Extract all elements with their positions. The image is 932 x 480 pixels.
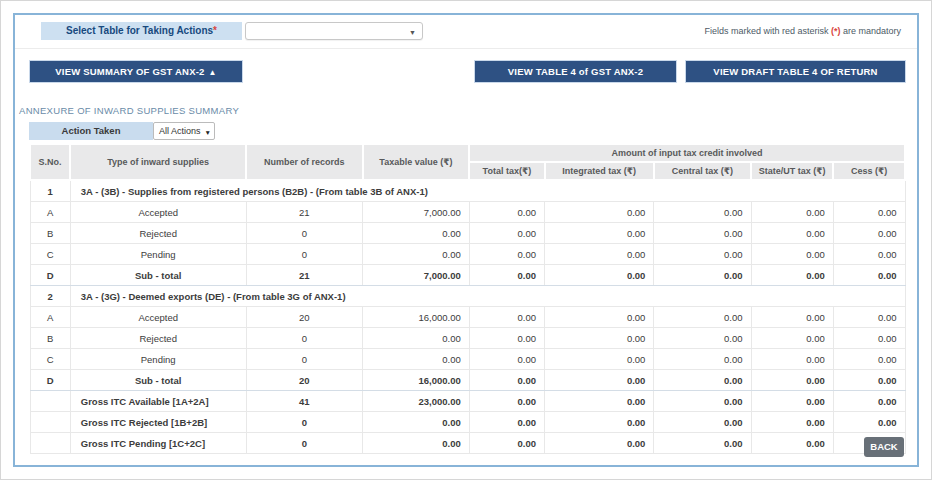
sno-cell [30,412,70,433]
action-buttons-row: VIEW SUMMARY OF GST ANX-2▲ VIEW TABLE 4 … [29,60,904,84]
value-cell: 0.00 [654,265,751,286]
records-cell: 0 [246,433,362,454]
type-cell: Pending [70,244,246,265]
value-cell: 0.00 [751,223,833,244]
action-taken-dropdown[interactable]: All Actions▼ [153,122,215,140]
records-cell: 41 [246,391,362,412]
value-cell: 16,000.00 [363,370,470,391]
col-header-sno: S.No. [30,144,70,180]
value-cell: 0.00 [363,433,470,454]
section-label-cell: 3A - (3B) - Supplies from registered per… [70,180,905,202]
col-header-type: Type of inward supplies [70,144,246,180]
value-cell: 7,000.00 [363,202,470,223]
value-cell: 0.00 [469,328,544,349]
value-cell: 0.00 [545,307,654,328]
table-row: AAccepted2016,000.000.000.000.000.000.00 [30,307,905,328]
value-cell: 0.00 [751,328,833,349]
value-cell: 0.00 [833,307,905,328]
records-cell: 0 [246,244,362,265]
value-cell: 0.00 [833,370,905,391]
value-cell: 0.00 [751,265,833,286]
value-cell: 0.00 [469,244,544,265]
table-row: Gross ITC Available [1A+2A]4123,000.000.… [30,391,905,412]
col-header-taxable: Taxable value (₹) [363,144,470,180]
value-cell: 0.00 [751,202,833,223]
section-title: ANNEXURE OF INWARD SUPPLIES SUMMARY [19,105,239,116]
value-cell: 0.00 [545,202,654,223]
summary-table-wrap: S.No. Type of inward supplies Number of … [29,143,906,454]
select-table-label-text: Select Table for Taking Actions [66,25,213,36]
value-cell: 16,000.00 [363,307,470,328]
col-header-cess: Cess (₹) [833,162,905,180]
sno-cell: A [30,202,70,223]
value-cell: 0.00 [469,349,544,370]
view-draft-table4-button[interactable]: VIEW DRAFT TABLE 4 OF RETURN [685,60,906,83]
view-summary-button[interactable]: VIEW SUMMARY OF GST ANX-2▲ [29,60,243,83]
records-cell: 21 [246,202,362,223]
table-row: CPending00.000.000.000.000.000.00 [30,244,905,265]
sno-cell: D [30,265,70,286]
action-taken-dropdown-value: All Actions [159,126,201,136]
view-draft-table4-button-label: VIEW DRAFT TABLE 4 OF RETURN [713,66,877,77]
table-row: 13A - (3B) - Supplies from registered pe… [30,180,905,202]
action-taken-label: Action Taken [29,122,153,140]
value-cell: 0.00 [469,265,544,286]
sno-cell: A [30,307,70,328]
type-cell: Accepted [70,202,246,223]
value-cell: 0.00 [545,412,654,433]
sno-cell: B [30,223,70,244]
value-cell: 0.00 [833,202,905,223]
table-body: 13A - (3B) - Supplies from registered pe… [30,180,905,454]
value-cell: 0.00 [363,244,470,265]
value-cell: 0.00 [545,349,654,370]
records-cell: 0 [246,328,362,349]
select-table-dropdown[interactable]: ▼ [245,22,423,40]
value-cell: 0.00 [654,370,751,391]
type-cell: Gross ITC Pending [1C+2C] [70,433,246,454]
action-taken-filter: Action TakenAll Actions▼ [29,122,215,141]
col-header-records: Number of records [246,144,362,180]
records-cell: 0 [246,412,362,433]
value-cell: 0.00 [751,244,833,265]
value-cell: 0.00 [751,307,833,328]
value-cell: 0.00 [751,391,833,412]
view-summary-button-label: VIEW SUMMARY OF GST ANX-2 [55,66,204,77]
view-table4-button[interactable]: VIEW TABLE 4 of GST ANX-2 [474,60,677,83]
value-cell: 0.00 [833,328,905,349]
table-row: 23A - (3G) - Deemed exports (DE) - (From… [30,286,905,307]
value-cell: 0.00 [545,433,654,454]
type-cell: Sub - total [70,370,246,391]
sno-cell: C [30,349,70,370]
mandatory-note-suffix: are mandatory [840,26,901,36]
value-cell: 0.00 [833,223,905,244]
value-cell: 0.00 [469,433,544,454]
value-cell: 0.00 [363,328,470,349]
value-cell: 0.00 [654,391,751,412]
type-cell: Pending [70,349,246,370]
gst-anx2-screen: Select Table for Taking Actions* ▼ Field… [0,0,932,480]
select-table-label: Select Table for Taking Actions* [41,22,242,40]
type-cell: Rejected [70,328,246,349]
chevron-down-icon: ▼ [205,125,211,141]
records-cell: 20 [246,307,362,328]
table-row: DSub - total217,000.000.000.000.000.000.… [30,265,905,286]
value-cell: 0.00 [654,307,751,328]
value-cell: 0.00 [751,370,833,391]
table-row: DSub - total2016,000.000.000.000.000.000… [30,370,905,391]
value-cell: 0.00 [654,349,751,370]
records-cell: 0 [246,349,362,370]
value-cell: 0.00 [469,391,544,412]
value-cell: 0.00 [545,244,654,265]
value-cell: 0.00 [833,265,905,286]
table-header: S.No. Type of inward supplies Number of … [30,144,905,180]
value-cell: 0.00 [469,223,544,244]
col-header-total-tax: Total tax(₹) [469,162,544,180]
value-cell: 0.00 [469,307,544,328]
col-header-central-tax: Central tax (₹) [654,162,751,180]
value-cell: 0.00 [654,328,751,349]
back-button[interactable]: BACK [864,437,904,457]
inward-supplies-summary-table: S.No. Type of inward supplies Number of … [29,143,906,454]
sno-cell [30,433,70,454]
sno-cell: B [30,328,70,349]
mandatory-note: Fields marked with red asterisk (*) are … [704,26,901,36]
